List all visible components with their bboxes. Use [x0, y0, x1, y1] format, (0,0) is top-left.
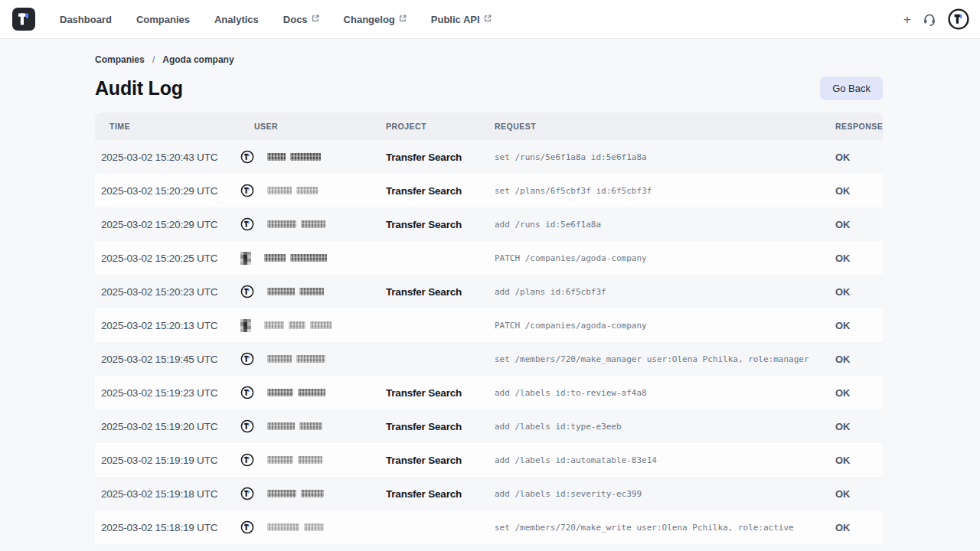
time-cell: 2025-03-02 15:20:29 UTC: [95, 185, 240, 197]
user-cell: [240, 285, 371, 298]
project-cell: Transfer Search: [371, 455, 480, 466]
table-row: 2025-03-02 15:20:29 UTC Transfer Search …: [95, 207, 883, 241]
table-row: 2025-03-02 15:20:13 UTC PATCH /companies…: [95, 308, 883, 342]
redacted-user-name: [267, 153, 321, 161]
response-cell: OK: [821, 286, 883, 298]
time-cell: 2025-03-02 15:20:29 UTC: [95, 219, 240, 230]
request-cell: add /runs id:5e6f1a8a: [480, 220, 821, 230]
nav-item-docs[interactable]: Docs: [283, 14, 319, 25]
user-cell: [240, 319, 371, 332]
redacted-user-name: [267, 389, 325, 396]
redacted-user-name: [267, 490, 324, 497]
table-row: 2025-03-02 15:20:23 UTC Transfer Search …: [95, 275, 883, 308]
request-cell: add /labels id:to-review-af4a8: [480, 388, 821, 398]
top-navbar: Dashboard Companies Analytics Docs Chang…: [0, 0, 980, 39]
page-title: Audit Log: [95, 77, 183, 99]
column-header-request: REQUEST: [480, 122, 821, 131]
breadcrumb-companies[interactable]: Companies: [95, 54, 145, 65]
response-cell: OK: [821, 522, 883, 533]
user-cell: [240, 487, 371, 500]
nav-item-label: Companies: [136, 14, 190, 25]
request-cell: add /plans id:6f5cbf3f: [480, 287, 821, 297]
nav-item-label: Analytics: [214, 14, 259, 25]
project-cell: Transfer Search: [371, 152, 480, 163]
app-logo-icon[interactable]: [12, 8, 35, 31]
time-cell: 2025-03-02 15:20:25 UTC: [95, 253, 240, 264]
project-cell: Transfer Search: [371, 387, 480, 399]
main-content: Companies / Agoda company Audit Log Go B…: [0, 39, 980, 549]
audit-log-table: TIME USER PROJECT REQUEST RESPONSE 2025-…: [95, 112, 883, 549]
user-t-logo-avatar-icon: [240, 386, 254, 399]
user-cell: [240, 453, 371, 467]
nav-item-label: Dashboard: [60, 14, 112, 25]
table-row: 2025-03-02 15:19:23 UTC Transfer Search …: [95, 376, 883, 409]
response-cell: OK: [821, 387, 883, 399]
request-cell: PATCH /companies/agoda-company: [480, 321, 821, 331]
account-avatar[interactable]: [948, 8, 969, 30]
table-body: 2025-03-02 15:20:43 UTC Transfer Search …: [95, 140, 883, 544]
user-cell: [240, 386, 371, 399]
user-cell: [240, 217, 371, 231]
response-cell: OK: [821, 185, 883, 197]
nav-item-companies[interactable]: Companies: [136, 14, 190, 25]
request-cell: add /labels id:type-e3eeb: [480, 422, 821, 432]
redacted-user-name: [267, 422, 322, 430]
request-cell: PATCH /companies/agoda-company: [480, 253, 821, 263]
user-t-logo-avatar-icon: [240, 184, 254, 197]
user-cell: [240, 150, 371, 164]
redacted-user-name: [267, 288, 324, 295]
headset-icon[interactable]: [922, 11, 937, 27]
redacted-user-name: [267, 355, 325, 363]
time-cell: 2025-03-02 15:20:23 UTC: [95, 286, 240, 298]
breadcrumb-current[interactable]: Agoda company: [162, 54, 234, 65]
nav-item-changelog[interactable]: Changelog: [344, 14, 407, 25]
time-cell: 2025-03-02 15:19:23 UTC: [95, 387, 240, 399]
user-photo-avatar: [240, 319, 251, 332]
user-t-logo-avatar-icon: [240, 285, 254, 298]
response-cell: OK: [821, 354, 883, 365]
request-cell: set /plans/6f5cbf3f id:6f5cbf3f: [480, 186, 821, 196]
user-t-logo-avatar-icon: [240, 453, 254, 467]
table-row: 2025-03-02 15:20:29 UTC Transfer Search …: [95, 174, 883, 207]
user-photo-avatar: [240, 252, 251, 265]
time-cell: 2025-03-02 15:20:13 UTC: [95, 320, 240, 331]
user-cell: [240, 352, 371, 366]
redacted-user-name: [264, 321, 332, 329]
response-cell: OK: [821, 488, 883, 500]
nav-links: Dashboard Companies Analytics Docs Chang…: [60, 14, 492, 25]
project-cell: Transfer Search: [371, 185, 480, 197]
breadcrumb: Companies / Agoda company: [95, 54, 883, 65]
nav-item-public-api[interactable]: Public API: [431, 14, 492, 25]
request-cell: add /labels id:automatable-83e14: [480, 455, 821, 465]
response-cell: OK: [821, 152, 883, 163]
table-row: 2025-03-02 15:20:25 UTC PATCH /companies…: [95, 241, 883, 275]
column-header-project: PROJECT: [371, 122, 480, 131]
table-row: 2025-03-02 15:20:43 UTC Transfer Search …: [95, 140, 883, 174]
table-row: 2025-03-02 15:19:18 UTC Transfer Search …: [95, 477, 883, 510]
add-button[interactable]: +: [903, 13, 911, 26]
project-cell: Transfer Search: [371, 488, 480, 500]
time-cell: 2025-03-02 15:19:45 UTC: [95, 354, 240, 365]
response-cell: OK: [821, 421, 883, 432]
external-link-icon: [484, 15, 492, 22]
time-cell: 2025-03-02 15:19:20 UTC: [95, 421, 240, 432]
nav-item-analytics[interactable]: Analytics: [214, 14, 259, 25]
user-cell: [240, 520, 371, 534]
redacted-user-name: [267, 187, 318, 194]
column-header-user: USER: [240, 122, 371, 131]
table-row: 2025-03-02 15:18:19 UTC set /members/720…: [95, 510, 883, 544]
time-cell: 2025-03-02 15:19:19 UTC: [95, 455, 240, 466]
project-cell: Transfer Search: [371, 421, 480, 432]
user-t-logo-avatar-icon: [240, 419, 254, 433]
user-cell: [240, 252, 371, 265]
column-header-time: TIME: [95, 122, 240, 131]
user-t-logo-avatar-icon: [240, 352, 254, 366]
response-cell: OK: [821, 253, 883, 264]
go-back-button[interactable]: Go Back: [820, 77, 883, 100]
user-t-logo-avatar-icon: [240, 487, 254, 500]
user-t-logo-avatar-icon: [240, 520, 254, 534]
nav-item-label: Changelog: [344, 14, 395, 25]
external-link-icon: [312, 15, 319, 22]
column-header-response: RESPONSE: [821, 122, 883, 131]
nav-item-dashboard[interactable]: Dashboard: [60, 14, 112, 25]
